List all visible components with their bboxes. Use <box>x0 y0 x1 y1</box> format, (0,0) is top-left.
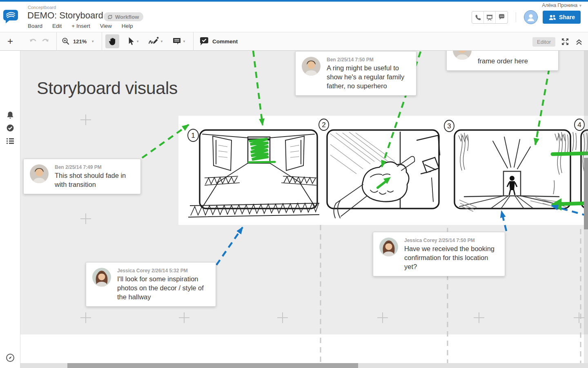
board-canvas[interactable]: Storyboard visuals <box>20 51 588 368</box>
comment-text-clipped <box>478 51 552 56</box>
zoom-in-icon <box>62 37 70 45</box>
compass-icon <box>6 353 15 362</box>
board-section-background <box>20 334 588 363</box>
header: Conceptboard DEMO: Storyboard Workflow B… <box>0 2 588 32</box>
menu-bar: Board Edit + Insert View Help <box>28 23 133 29</box>
comment-text: yet? <box>404 262 499 271</box>
comment-text: show he's a regular family <box>327 72 410 81</box>
sketch-frame2-knocking <box>330 132 440 218</box>
fullscreen-icon[interactable] <box>561 38 569 46</box>
chevron-down-icon: ▼ <box>160 40 163 43</box>
comment-text: I'll look for some inspiration <box>117 274 210 283</box>
share-label: Share <box>559 14 575 20</box>
undo-redo-group <box>29 37 50 45</box>
sticky-note-icon <box>172 37 181 45</box>
user-menu[interactable]: Алёна Пронина▼ <box>542 2 582 8</box>
workflow-badge[interactable]: Workflow <box>104 12 143 21</box>
add-element-button[interactable]: + <box>3 34 17 48</box>
silhouette-figure <box>507 176 517 195</box>
comment-text: frame order here <box>478 56 552 65</box>
toolbar: + 121% ▼ <box>0 32 588 51</box>
comment-text: with transition <box>55 180 135 189</box>
sketch-frame1-hallway <box>188 134 319 217</box>
user-name-label: Алёна Пронина <box>542 2 577 8</box>
chevron-down-icon: ▼ <box>579 4 582 8</box>
check-circle-icon <box>6 124 14 132</box>
present-button[interactable] <box>484 11 496 23</box>
comment-card-jessica-532[interactable]: Jessica Corey 2/26/14 5:32 PM I'll look … <box>86 262 216 307</box>
conceptboard-logo-icon <box>3 9 18 24</box>
toolbar-right: Editor <box>532 32 583 51</box>
minimap-button[interactable] <box>5 352 16 363</box>
divider <box>56 32 57 51</box>
conceptboard-app: Conceptboard DEMO: Storyboard Workflow B… <box>0 0 588 368</box>
note-tool-button[interactable]: ▼ <box>172 34 186 48</box>
undo-icon[interactable] <box>29 37 38 45</box>
pen-scribble-icon <box>148 37 159 46</box>
workflow-refresh-icon <box>107 14 113 20</box>
select-tool-button[interactable]: ▼ <box>128 34 139 48</box>
avatar-ben <box>30 164 49 183</box>
comment-text: Have we received the booking <box>404 244 499 253</box>
comment-text: the hallway <box>117 292 210 301</box>
zoom-control[interactable]: 121% ▼ <box>62 34 94 48</box>
avatar[interactable] <box>524 10 538 24</box>
pen-tool-button[interactable]: ▼ <box>148 34 163 48</box>
outline-button[interactable] <box>5 136 16 146</box>
chevron-down-icon: ▼ <box>91 40 94 43</box>
chevron-down-icon: ▼ <box>136 40 139 43</box>
redo-icon[interactable] <box>41 37 50 45</box>
left-sidebar <box>0 51 20 368</box>
presentation-screen-icon <box>486 14 493 21</box>
storyboard-image[interactable]: 1 2 3 4 <box>178 116 588 225</box>
divider <box>193 32 194 51</box>
app-name: Conceptboard <box>28 5 56 10</box>
call-button[interactable] <box>472 11 484 23</box>
board-title: DEMO: Storyboard <box>27 10 103 21</box>
comment-text: photos on the decor / style of <box>117 283 210 292</box>
comment-text: confirmation for this location <box>404 253 499 262</box>
menu-help[interactable]: Help <box>122 23 133 29</box>
editor-mode-button[interactable]: Editor <box>532 37 555 47</box>
workflow-label: Workflow <box>115 14 139 20</box>
comment-card-ben-749[interactable]: Ben 2/25/14 7:49 PM This shot should fad… <box>23 159 141 194</box>
comment-card-jessica-750[interactable]: Jessica Corey 2/25/14 7:50 PM Have we re… <box>373 232 505 276</box>
hand-icon <box>108 37 116 46</box>
green-scribble-annotation <box>249 139 275 162</box>
chevron-down-icon: ▼ <box>183 40 186 43</box>
menu-insert[interactable]: + Insert <box>71 23 90 29</box>
comment-author-row: Ben 2/25/14 7:49 PM <box>55 164 135 170</box>
comment-check-icon <box>199 37 209 46</box>
chat-bubble-icon <box>498 14 505 20</box>
tasks-button[interactable] <box>5 123 16 133</box>
share-people-icon <box>548 14 556 20</box>
menu-view[interactable]: View <box>100 23 112 29</box>
vertical-scrollbar-thumb[interactable] <box>584 158 588 229</box>
comment-author-row: Jessica Corey 2/26/14 5:32 PM <box>117 268 210 274</box>
list-icon <box>6 137 14 145</box>
board-heading-text[interactable]: Storyboard visuals <box>37 78 178 98</box>
pan-tool-button-selected[interactable] <box>105 34 119 48</box>
comment-tool-button[interactable]: Comment <box>199 34 238 48</box>
comment-label: Comment <box>212 38 238 45</box>
comment-card-ben-750[interactable]: Ben 2/25/14 7:50 PM A ring might be usef… <box>295 51 416 96</box>
divider <box>516 12 516 22</box>
horizontal-scrollbar-thumb[interactable] <box>67 363 358 368</box>
avatar-ben <box>302 57 321 76</box>
sketch-frame3-doorway <box>459 132 568 211</box>
notifications-button[interactable] <box>5 110 16 120</box>
share-button[interactable]: Share <box>543 11 581 24</box>
phone-icon <box>474 14 481 21</box>
comment-text: father, no superhero <box>327 81 410 90</box>
comment-text: This shot should fade in <box>55 171 135 180</box>
avatar-jessica <box>379 238 398 256</box>
person-icon <box>526 13 535 22</box>
collapse-toolbar-icon[interactable] <box>575 38 583 46</box>
avatar <box>453 51 472 60</box>
header-actions: Share <box>472 10 581 24</box>
chat-button[interactable] <box>496 11 508 23</box>
pointer-icon <box>128 37 135 45</box>
menu-edit[interactable]: Edit <box>52 23 62 29</box>
comment-card-partial[interactable]: frame order here <box>446 51 559 71</box>
menu-board[interactable]: Board <box>28 23 42 29</box>
